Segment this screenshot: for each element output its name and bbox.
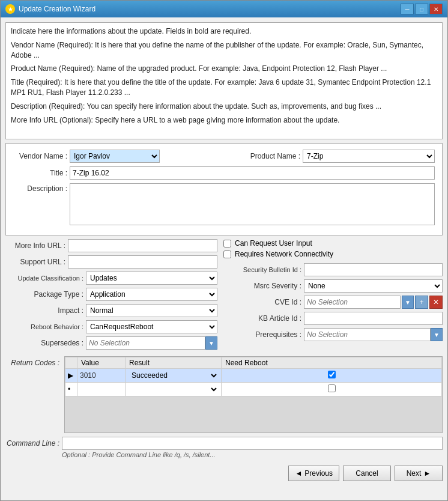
cve-dropdown-btn[interactable]: ▼ (402, 296, 414, 309)
msrc-severity-label: Msrc Severity : (223, 282, 301, 290)
supersedes-dropdown-btn[interactable]: ▼ (205, 336, 217, 350)
supersedes-label: Supersedes : (5, 339, 83, 347)
window-title: Update Creation Wizard (19, 5, 95, 13)
rc-value-input-2[interactable] (80, 383, 123, 395)
cve-id-wrapper: ▼ + ✕ (304, 296, 443, 309)
cve-remove-btn[interactable]: ✕ (429, 296, 443, 309)
support-url-input[interactable] (68, 255, 217, 269)
more-info-label: More Info URL : (5, 241, 65, 250)
title-bar-left: ★ Update Creation Wizard (5, 4, 95, 14)
can-request-checkbox[interactable] (223, 240, 231, 247)
title-input[interactable] (70, 166, 435, 180)
more-info-row: More Info URL : (5, 239, 217, 252)
rc-col-value: Value (77, 357, 126, 369)
rc-arrow-icon: ▶ (68, 371, 73, 380)
title-label: Title : (13, 169, 67, 177)
prerequisites-dropdown-btn[interactable]: ▼ (431, 328, 443, 341)
kb-article-label: KB Article Id : (223, 314, 301, 323)
rc-result-select-2[interactable] (128, 383, 219, 395)
description-row: Description : (13, 183, 435, 225)
requires-network-label: Requires Network Connectivity (235, 250, 333, 258)
right-column: Can Request User Input Requires Network … (223, 239, 443, 353)
prerequisites-row: Prerequisites : ▼ (223, 328, 443, 341)
rc-reboot-checkbox-2[interactable] (328, 384, 336, 392)
vendor-name-select[interactable]: Igor Pavlov (70, 150, 160, 163)
prerequisites-input[interactable] (304, 328, 431, 341)
prerequisites-label: Prerequisites : (223, 330, 301, 339)
reboot-behavior-row: Reboot Behavior : CanRequestReboot (5, 320, 217, 333)
rc-value-cell-2 (77, 383, 126, 396)
support-url-label: Support URL : (5, 258, 65, 266)
rc-col-result: Result (126, 357, 222, 369)
cl-label: Command Line : (5, 439, 59, 448)
requires-network-row: Requires Network Connectivity (223, 250, 443, 258)
cve-id-row: CVE Id : ▼ + ✕ (223, 296, 443, 309)
previous-button[interactable]: ◄ Previous (288, 466, 339, 481)
product-name-select[interactable]: 7-Zip (303, 150, 435, 163)
previous-label: Previous (304, 469, 333, 478)
cl-row: Command Line : (5, 437, 443, 450)
impact-row: Impact : Normal (5, 304, 217, 317)
rc-result-select[interactable]: Succeeded (128, 369, 219, 381)
rc-dot-icon: • (68, 385, 70, 393)
vendor-name-label: Vendor Name : (13, 152, 67, 160)
security-bulletin-input[interactable] (304, 263, 443, 276)
return-codes-label: Return Codes : (5, 356, 59, 367)
product-name-label: Product Name : (246, 152, 300, 160)
close-button[interactable]: ✕ (429, 4, 443, 14)
rc-col-arrow (65, 357, 77, 369)
update-classification-select[interactable]: Updates (86, 272, 217, 285)
info-line-3: Product Name (Required): Name of the upg… (11, 64, 437, 74)
rc-value-cell (77, 369, 126, 383)
left-column: More Info URL : Support URL : Update Cla… (5, 239, 217, 353)
cve-id-input[interactable] (304, 296, 401, 309)
next-label: Next (407, 469, 422, 478)
rc-arrow-cell-2: • (65, 383, 77, 396)
can-request-label: Can Request User Input (235, 239, 312, 247)
msrc-severity-select[interactable]: None (304, 279, 443, 293)
update-classification-label: Update Classification : (5, 275, 83, 282)
msrc-severity-row: Msrc Severity : None (223, 279, 443, 293)
maximize-button[interactable]: □ (415, 4, 428, 14)
more-info-input[interactable] (68, 239, 217, 252)
info-line-4: Title (Required): It is here that you de… (11, 77, 437, 98)
main-window: ★ Update Creation Wizard ─ □ ✕ Indicate … (0, 0, 448, 501)
next-icon: ► (423, 469, 431, 478)
update-classification-row: Update Classification : Updates (5, 272, 217, 285)
cancel-button[interactable]: Cancel (343, 466, 391, 481)
cancel-label: Cancel (356, 469, 378, 478)
package-type-label: Package Type : (5, 290, 83, 299)
supersedes-row: Supersedes : ▼ (5, 336, 217, 350)
supersedes-input[interactable] (86, 336, 205, 350)
cl-input[interactable] (62, 437, 443, 450)
rc-reboot-checkbox-1[interactable] (328, 371, 336, 378)
content-area: Indicate here the informations about the… (1, 17, 447, 500)
footer-buttons: ◄ Previous Cancel Next ► (5, 462, 443, 485)
requires-network-checkbox[interactable] (223, 251, 231, 258)
can-request-row: Can Request User Input (223, 239, 443, 247)
table-row: • (65, 383, 442, 396)
cve-add-btn[interactable]: + (415, 296, 428, 309)
return-codes-table-wrapper: Value Result Need Reboot ▶ (64, 356, 443, 433)
next-button[interactable]: Next ► (395, 466, 443, 481)
lower-section: More Info URL : Support URL : Update Cla… (5, 239, 443, 353)
impact-select[interactable]: Normal (86, 304, 217, 317)
rc-reboot-cell (222, 369, 442, 383)
security-bulletin-label: Security Bulletin Id : (223, 266, 301, 273)
info-line-1: Indicate here the informations about the… (11, 26, 437, 37)
title-bar: ★ Update Creation Wizard ─ □ ✕ (1, 1, 447, 17)
description-textarea[interactable] (70, 183, 435, 225)
rc-value-input[interactable] (80, 369, 123, 381)
info-panel: Indicate here the informations about the… (5, 22, 443, 139)
package-type-select[interactable]: Application (86, 288, 217, 301)
command-line-section: Command Line : Optional : Provide Comman… (5, 437, 443, 458)
rc-result-cell: Succeeded (126, 369, 222, 383)
cve-id-label: CVE Id : (223, 298, 301, 306)
supersedes-input-wrapper: ▼ (86, 336, 217, 350)
return-codes-table: Value Result Need Reboot ▶ (65, 357, 442, 396)
reboot-behavior-select[interactable]: CanRequestReboot (86, 320, 217, 333)
kb-article-input[interactable] (304, 312, 443, 325)
rc-reboot-cell-2 (222, 383, 442, 396)
minimize-button[interactable]: ─ (401, 4, 414, 14)
rc-result-cell-2 (126, 383, 222, 396)
